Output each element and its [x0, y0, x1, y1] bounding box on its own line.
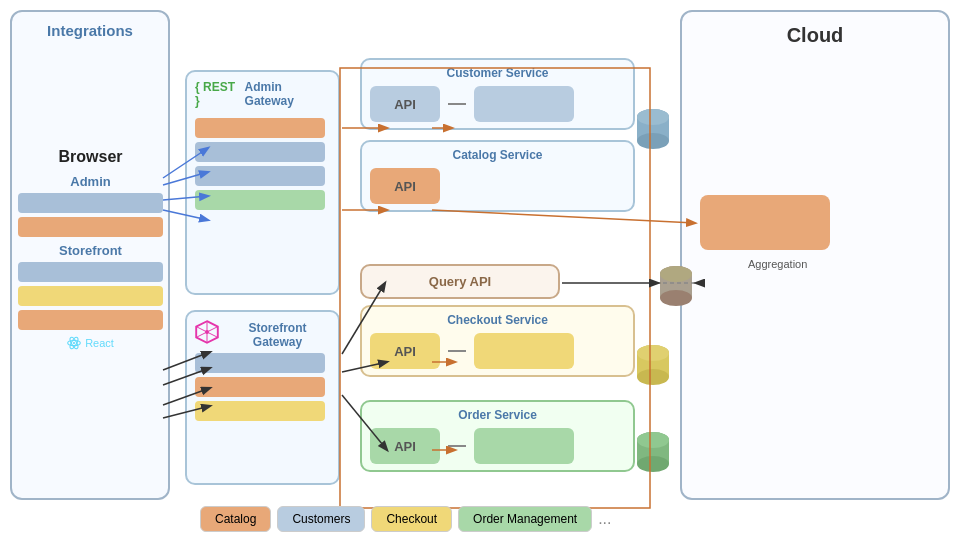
tab-order-management[interactable]: Order Management [458, 506, 592, 532]
admin-section: Admin [18, 174, 163, 237]
catalog-service-box: Catalog Service API [360, 140, 635, 212]
react-label: React [18, 336, 163, 350]
order-api-box: API [370, 428, 440, 464]
graphql-icon [195, 320, 219, 349]
tab-more[interactable]: ... [598, 510, 611, 528]
storefront-gateway-label: Storefront Gateway [225, 321, 330, 349]
agw-bar-4 [195, 190, 325, 210]
order-service-title: Order Service [370, 408, 625, 422]
browser-title: Browser [18, 148, 163, 166]
catalog-service-row: API [370, 168, 625, 204]
order-service-row: API [370, 428, 625, 464]
react-icon [67, 336, 81, 350]
customer-service-row: API [370, 86, 625, 122]
svg-point-19 [637, 369, 669, 385]
checkout-storage [474, 333, 574, 369]
storefront-bar-2 [18, 286, 163, 306]
tab-customers[interactable]: Customers [277, 506, 365, 532]
admin-gateway-box: { REST } Admin Gateway [185, 70, 340, 295]
checkout-wrapper: Checkout Service API [360, 305, 635, 387]
aggregation-db [658, 264, 694, 312]
storefront-bar-1 [18, 262, 163, 282]
aggregation-label: Aggregation [748, 258, 807, 270]
cloud-title: Cloud [682, 24, 948, 47]
connector-3 [448, 445, 466, 447]
browser-section: Browser Admin Storefront React [18, 148, 163, 350]
query-api-box: Query API [360, 264, 560, 299]
aggregation-box [700, 195, 830, 250]
svg-point-24 [637, 432, 669, 448]
tab-checkout[interactable]: Checkout [371, 506, 452, 532]
checkout-db [635, 343, 671, 391]
sgw-bar-3 [195, 401, 325, 421]
svg-point-3 [73, 342, 75, 344]
rest-label: { REST } [195, 80, 241, 116]
connector-1 [448, 103, 466, 105]
bottom-tabs[interactable]: Catalog Customers Checkout Order Managem… [200, 506, 612, 532]
order-storage [474, 428, 574, 464]
svg-point-11 [637, 133, 669, 149]
tab-catalog[interactable]: Catalog [200, 506, 271, 532]
agw-bar-3 [195, 166, 325, 186]
svg-point-15 [660, 290, 692, 306]
services-column: Customer Service API Catalog Service API [360, 58, 635, 222]
storefront-bar-3 [18, 310, 163, 330]
customer-api-box: API [370, 86, 440, 122]
integrations-title: Integrations [12, 22, 168, 39]
storefront-gateway-box: Storefront Gateway [185, 310, 340, 485]
order-wrapper: Order Service API [360, 400, 635, 482]
customer-service-title: Customer Service [370, 66, 625, 80]
sgw-bar-1 [195, 353, 325, 373]
admin-gateway-label: Admin Gateway [245, 80, 330, 108]
svg-point-12 [637, 109, 669, 125]
checkout-service-title: Checkout Service [370, 313, 625, 327]
svg-point-20 [637, 345, 669, 361]
order-db [635, 430, 671, 478]
connector-2 [448, 350, 466, 352]
customer-db [635, 107, 671, 155]
react-text: React [85, 337, 114, 349]
query-api-label: Query API [429, 274, 491, 289]
catalog-service-title: Catalog Service [370, 148, 625, 162]
agw-bar-1 [195, 118, 325, 138]
diagram: Integrations Browser Admin Storefront [0, 0, 960, 540]
cloud-box: Cloud [680, 10, 950, 500]
customer-service-box: Customer Service API [360, 58, 635, 130]
svg-point-16 [660, 266, 692, 282]
order-service-box: Order Service API [360, 400, 635, 472]
admin-bar-1 [18, 193, 163, 213]
storefront-label: Storefront [18, 243, 163, 258]
svg-point-23 [637, 456, 669, 472]
checkout-api-box: API [370, 333, 440, 369]
catalog-api-box: API [370, 168, 440, 204]
storefront-section: Storefront React [18, 243, 163, 350]
customer-storage [474, 86, 574, 122]
agw-bar-2 [195, 142, 325, 162]
admin-label: Admin [18, 174, 163, 189]
sgw-bar-2 [195, 377, 325, 397]
checkout-service-row: API [370, 333, 625, 369]
svg-point-8 [205, 330, 209, 334]
admin-bar-2 [18, 217, 163, 237]
checkout-service-box: Checkout Service API [360, 305, 635, 377]
